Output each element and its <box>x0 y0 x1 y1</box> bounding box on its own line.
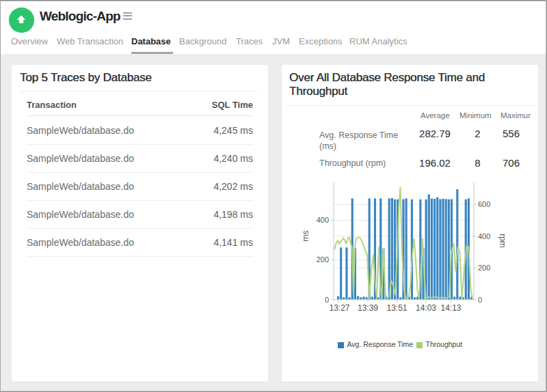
svg-text:400: 400 <box>317 216 329 224</box>
svg-text:400: 400 <box>478 232 490 240</box>
svg-text:0: 0 <box>325 296 329 304</box>
svg-text:14:13: 14:13 <box>440 303 461 313</box>
svg-text:200: 200 <box>478 264 490 272</box>
svg-text:0: 0 <box>478 296 482 304</box>
svg-text:ms: ms <box>301 231 310 242</box>
svg-text:200: 200 <box>317 255 329 264</box>
svg-text:14:03: 14:03 <box>416 303 436 313</box>
svg-text:13:27: 13:27 <box>329 303 349 313</box>
svg-text:rpm: rpm <box>498 234 507 248</box>
svg-text:600: 600 <box>478 200 490 208</box>
svg-text:13:51: 13:51 <box>386 303 407 313</box>
svg-text:13:39: 13:39 <box>358 303 378 313</box>
